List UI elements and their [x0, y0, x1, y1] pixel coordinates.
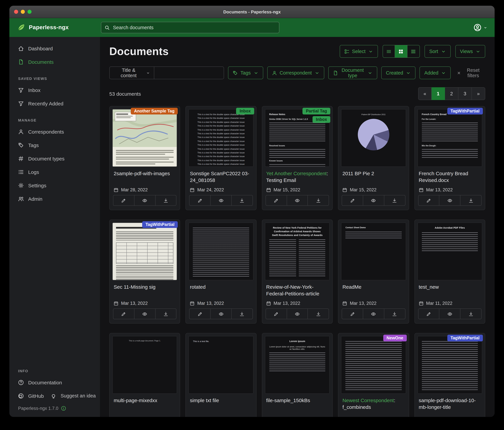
view-button[interactable]	[134, 195, 155, 206]
document-title-link[interactable]: ReadMe	[342, 284, 405, 299]
view-button[interactable]	[363, 309, 384, 319]
tag-badge[interactable]: Partial Tag	[302, 108, 330, 114]
document-title-link[interactable]: French Country Bread Revised.docx	[419, 170, 481, 185]
user-menu[interactable]	[474, 24, 487, 32]
document-thumbnail[interactable]: Patient BP Distribution 2011	[341, 109, 406, 167]
download-button[interactable]	[155, 309, 176, 319]
edit-button[interactable]	[190, 309, 210, 319]
document-type-filter-button[interactable]: Document type	[328, 66, 377, 79]
document-title-link[interactable]: simple txt file	[190, 397, 252, 412]
tag-badge[interactable]: Inbox	[236, 108, 254, 114]
tag-badge[interactable]: TagWithPartial	[142, 221, 178, 228]
edit-button[interactable]	[113, 309, 134, 319]
window-zoom-button[interactable]	[27, 10, 32, 14]
edit-button[interactable]	[113, 195, 134, 206]
tags-filter-button[interactable]: Tags	[228, 66, 263, 79]
document-title-link[interactable]: sample-pdf-download-10-mb-longer-title	[419, 397, 481, 412]
created-filter-button[interactable]: Created	[381, 66, 416, 79]
edit-button[interactable]	[190, 195, 210, 206]
document-thumbnail[interactable]: Lorem ipsumLorem ipsum dolor sit amet, c…	[265, 336, 330, 394]
document-thumbnail[interactable]: This is a multi page document. Page 1.	[112, 336, 177, 394]
sidebar-item-logs[interactable]: Logs	[9, 165, 100, 178]
tag-badge[interactable]: TagWithPartial	[447, 335, 483, 341]
view-button[interactable]	[363, 195, 384, 206]
detail-view-button[interactable]	[407, 45, 420, 58]
correspondent-link[interactable]: Newest Correspondent	[342, 397, 394, 403]
edit-button[interactable]	[342, 309, 363, 319]
document-title-link[interactable]: test_new	[419, 284, 481, 299]
sidebar-item-suggest-an-idea[interactable]: Suggest an idea	[44, 389, 96, 402]
document-title-link[interactable]: file-sample_150kBs	[266, 397, 328, 412]
document-title-link[interactable]: Sec 11-Missing sig	[114, 284, 176, 299]
views-button[interactable]: Views	[455, 45, 485, 58]
select-button[interactable]: Select	[340, 45, 378, 58]
sidebar-item-tags[interactable]: Tags	[9, 138, 100, 152]
document-thumbnail[interactable]: This is a test for the double space char…	[189, 109, 253, 167]
sidebar-item-documentation[interactable]: Documentation	[9, 376, 100, 389]
document-title-link[interactable]: rotated	[190, 284, 252, 299]
sidebar-item-recently-added[interactable]: Recently Added	[9, 97, 100, 110]
tag-badge[interactable]: Inbox	[313, 116, 331, 123]
download-button[interactable]	[384, 309, 405, 319]
document-title-link[interactable]: Review-of-New-York-Federal-Petitions-art…	[266, 284, 328, 299]
download-button[interactable]	[155, 195, 176, 206]
view-button[interactable]	[439, 195, 460, 206]
search-input[interactable]	[112, 25, 276, 30]
window-close-button[interactable]	[14, 10, 18, 14]
sidebar-item-github[interactable]: GitHub	[9, 389, 44, 402]
reset-filters-button[interactable]: Reset filters	[455, 67, 485, 79]
document-thumbnail[interactable]	[417, 336, 482, 394]
added-filter-button[interactable]: Added	[420, 66, 451, 79]
window-minimize-button[interactable]	[21, 10, 25, 14]
document-thumbnail[interactable]: This is a test file.	[189, 336, 253, 394]
view-button[interactable]	[287, 195, 308, 206]
edit-button[interactable]	[266, 309, 287, 319]
download-button[interactable]	[231, 309, 252, 319]
grid-view-button[interactable]	[395, 45, 407, 58]
sidebar-item-inbox[interactable]: Inbox	[9, 83, 100, 97]
document-title-link[interactable]: 2sample-pdf-with-images	[114, 170, 176, 185]
pagination-prev[interactable]: «	[418, 87, 432, 100]
edit-button[interactable]	[418, 309, 439, 319]
tag-badge[interactable]: TagWithPartial	[447, 108, 483, 114]
document-thumbnail[interactable]	[341, 336, 406, 394]
document-thumbnail[interactable]	[112, 223, 177, 280]
document-thumbnail[interactable]: Review of New York Federal Petitions for…	[265, 223, 330, 280]
sidebar-item-settings[interactable]: Settings	[9, 178, 100, 192]
download-button[interactable]	[384, 195, 405, 206]
filter-text-input[interactable]	[154, 67, 224, 79]
document-thumbnail[interactable]	[189, 223, 253, 280]
sidebar-item-document-types[interactable]: Document types	[9, 152, 100, 165]
tag-badge[interactable]: NewOne	[383, 335, 407, 341]
download-button[interactable]	[460, 309, 481, 319]
edit-button[interactable]	[266, 195, 287, 206]
document-thumbnail[interactable]	[112, 109, 177, 167]
info-icon[interactable]	[61, 406, 66, 411]
sidebar-item-documents[interactable]: Documents	[9, 55, 100, 68]
title-content-dropdown[interactable]: Title & content	[110, 67, 154, 79]
pagination-page-2[interactable]: 2	[445, 87, 459, 100]
view-button[interactable]	[210, 309, 231, 319]
document-thumbnail[interactable]: French Country BreadFor the Levain:Mix t…	[417, 109, 482, 167]
document-title-link[interactable]: multi-page-mixedxx	[114, 397, 176, 412]
tag-badge[interactable]: Another Sample Tag	[131, 108, 178, 114]
download-button[interactable]	[231, 195, 252, 206]
view-button[interactable]	[439, 309, 460, 319]
download-button[interactable]	[308, 309, 329, 319]
correspondent-link[interactable]: Yet Another Correspondent	[266, 170, 327, 176]
sidebar-item-admin[interactable]: Admin	[9, 192, 100, 206]
sort-button[interactable]: Sort	[424, 45, 450, 58]
app-logo[interactable]: Paperless-ngx	[17, 23, 69, 32]
sidebar-item-correspondents[interactable]: Correspondents	[9, 125, 100, 138]
sidebar-item-dashboard[interactable]: Dashboard	[9, 42, 100, 55]
download-button[interactable]	[460, 195, 481, 206]
edit-button[interactable]	[342, 195, 363, 206]
document-title-link[interactable]: Newest Correspondent: f_combineds	[342, 397, 405, 412]
view-button[interactable]	[210, 195, 231, 206]
document-thumbnail[interactable]: Adobe Acrobat PDF Files	[417, 223, 482, 280]
correspondent-filter-button[interactable]: Correspondent	[267, 66, 324, 79]
download-button[interactable]	[308, 195, 329, 206]
pagination-page-1[interactable]: 1	[432, 87, 445, 100]
view-button[interactable]	[134, 309, 155, 319]
document-title-link[interactable]: 2011 BP Pie 2	[342, 170, 405, 185]
